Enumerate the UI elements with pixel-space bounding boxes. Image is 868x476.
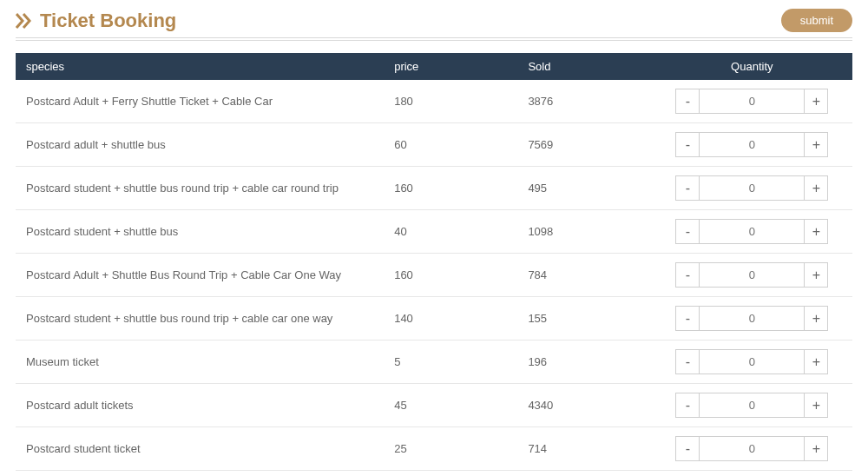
table-row: Postcard student ticket25714-+ xyxy=(16,427,852,471)
quantity-stepper: -+ xyxy=(675,393,828,418)
ticket-table: species price Sold Quantity Postcard Adu… xyxy=(16,53,852,476)
sold-cell: 714 xyxy=(517,427,651,471)
quantity-cell: -+ xyxy=(652,80,852,123)
price-cell: 45 xyxy=(384,384,517,427)
species-cell: Postcard student + shuttle bus round tri… xyxy=(16,167,384,210)
quantity-stepper: -+ xyxy=(675,175,828,201)
price-cell: 25 xyxy=(384,427,517,471)
sold-cell: 1098 xyxy=(517,210,651,254)
decrement-button[interactable]: - xyxy=(675,436,700,461)
table-header-row: species price Sold Quantity xyxy=(16,53,852,80)
table-row: Postcard Adult + Ferry Shuttle Ticket + … xyxy=(16,80,852,123)
quantity-input[interactable] xyxy=(700,219,804,244)
increment-button[interactable]: + xyxy=(804,219,828,244)
quantity-input[interactable] xyxy=(700,262,804,288)
quantity-cell: -+ xyxy=(652,340,852,384)
decrement-button[interactable]: - xyxy=(675,306,700,331)
quantity-input[interactable] xyxy=(700,436,804,461)
quantity-input[interactable] xyxy=(700,349,804,374)
decrement-button[interactable]: - xyxy=(675,219,700,244)
sold-cell: 4340 xyxy=(517,384,651,427)
table-row: Postcard Adult + Shuttle Bus Round Trip … xyxy=(16,254,852,297)
title-wrap: Ticket Booking xyxy=(16,10,176,32)
sold-cell: 784 xyxy=(517,254,651,297)
table-row: Postcard student + shuttle bus round tri… xyxy=(16,297,852,340)
decrement-button[interactable]: - xyxy=(675,393,700,418)
table-row: Museum ticket5196-+ xyxy=(16,340,852,384)
table-row: Postcard adult tickets454340-+ xyxy=(16,384,852,427)
species-cell: Postcard Adult + Shuttle Bus Round Trip … xyxy=(16,254,384,297)
decrement-button[interactable]: - xyxy=(675,89,700,114)
quantity-cell: -+ xyxy=(652,123,852,167)
sold-cell: 3876 xyxy=(517,80,651,123)
price-cell: 60 xyxy=(384,123,517,167)
decrement-button[interactable]: - xyxy=(675,262,700,288)
quantity-input[interactable] xyxy=(700,393,804,418)
quantity-cell: -+ xyxy=(652,254,852,297)
quantity-cell: -+ xyxy=(652,384,852,427)
sold-cell: 7790 xyxy=(517,471,651,477)
table-row: Postcard student + shuttle bus round tri… xyxy=(16,167,852,210)
increment-button[interactable]: + xyxy=(804,436,828,461)
quantity-cell: -+ xyxy=(652,167,852,210)
decrement-button[interactable]: - xyxy=(675,349,700,374)
sold-cell: 7569 xyxy=(517,123,651,167)
table-row: Postcard adult + shuttle bus607569-+ xyxy=(16,123,852,167)
quantity-input[interactable] xyxy=(700,306,804,331)
submit-button[interactable]: submit xyxy=(781,9,852,32)
col-quantity: Quantity xyxy=(652,53,852,80)
increment-button[interactable]: + xyxy=(804,393,828,418)
price-cell: 15 xyxy=(384,471,517,477)
quantity-input[interactable] xyxy=(700,132,804,157)
quantity-stepper: -+ xyxy=(675,306,828,331)
col-species: species xyxy=(16,53,384,80)
quantity-stepper: -+ xyxy=(675,132,828,157)
increment-button[interactable]: + xyxy=(804,132,828,157)
quantity-stepper: -+ xyxy=(675,89,828,114)
table-row: Postcard student + shuttle bus401098-+ xyxy=(16,210,852,254)
sold-cell: 495 xyxy=(517,167,651,210)
species-cell: Postcard student ticket xyxy=(16,427,384,471)
col-price: price xyxy=(384,53,517,80)
species-cell: Postcard adult tickets xyxy=(16,384,384,427)
price-cell: 160 xyxy=(384,167,517,210)
price-cell: 140 xyxy=(384,297,517,340)
species-cell: Museum ticket xyxy=(16,340,384,384)
quantity-input[interactable] xyxy=(700,175,804,201)
price-cell: 180 xyxy=(384,80,517,123)
species-cell: Postcard adult + shuttle bus xyxy=(16,123,384,167)
col-sold: Sold xyxy=(517,53,651,80)
header-divider xyxy=(16,37,852,41)
decrement-button[interactable]: - xyxy=(675,132,700,157)
table-row: Shuttle bus return ticket157790-+ xyxy=(16,471,852,477)
quantity-cell: -+ xyxy=(652,427,852,471)
quantity-stepper: -+ xyxy=(675,349,828,374)
increment-button[interactable]: + xyxy=(804,262,828,288)
sold-cell: 196 xyxy=(517,340,651,384)
price-cell: 40 xyxy=(384,210,517,254)
species-cell: Postcard student + shuttle bus round tri… xyxy=(16,297,384,340)
price-cell: 5 xyxy=(384,340,517,384)
quantity-stepper: -+ xyxy=(675,262,828,288)
quantity-cell: -+ xyxy=(652,210,852,254)
increment-button[interactable]: + xyxy=(804,349,828,374)
increment-button[interactable]: + xyxy=(804,89,828,114)
species-cell: Postcard student + shuttle bus xyxy=(16,210,384,254)
species-cell: Postcard Adult + Ferry Shuttle Ticket + … xyxy=(16,80,384,123)
quantity-cell: -+ xyxy=(652,471,852,477)
species-cell: Shuttle bus return ticket xyxy=(16,471,384,477)
decrement-button[interactable]: - xyxy=(675,175,700,201)
sold-cell: 155 xyxy=(517,297,651,340)
increment-button[interactable]: + xyxy=(804,175,828,201)
quantity-stepper: -+ xyxy=(675,436,828,461)
quantity-stepper: -+ xyxy=(675,219,828,244)
header: Ticket Booking submit xyxy=(16,9,852,32)
increment-button[interactable]: + xyxy=(804,306,828,331)
quantity-cell: -+ xyxy=(652,297,852,340)
page-title: Ticket Booking xyxy=(40,10,176,32)
price-cell: 160 xyxy=(384,254,517,297)
double-chevron-right-icon xyxy=(16,13,33,29)
quantity-input[interactable] xyxy=(700,89,804,114)
